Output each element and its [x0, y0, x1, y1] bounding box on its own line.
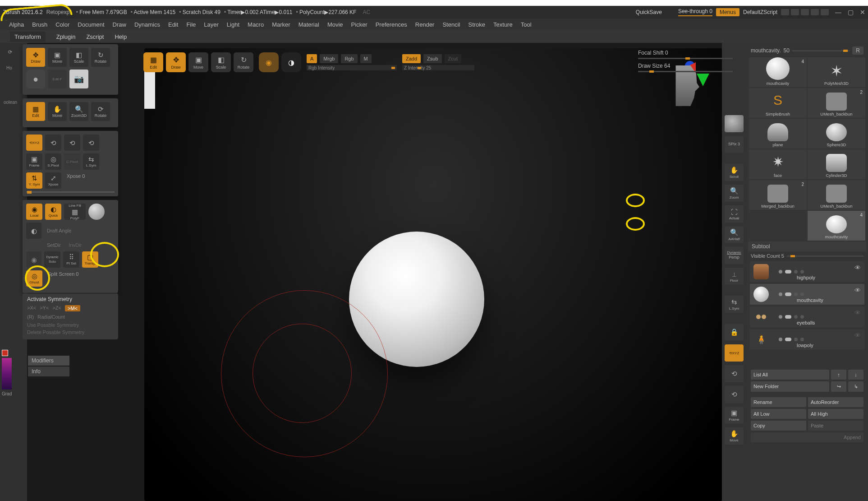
menu-edit[interactable]: Edit — [168, 21, 178, 28]
menu-tool[interactable]: Tool — [521, 21, 532, 28]
menus-button[interactable]: Menus — [716, 8, 739, 16]
scale-button[interactable]: ◧Scale — [69, 48, 88, 67]
solo-button[interactable]: DynamicSolo — [44, 251, 60, 268]
sym-m[interactable]: >M< — [65, 305, 80, 311]
draw-size-slider[interactable]: Draw Size 64 — [638, 63, 670, 69]
r-button[interactable]: R — [852, 46, 863, 55]
contrast-icon[interactable]: ◐ — [26, 223, 41, 239]
menu-zscript[interactable]: Zscript — [86, 33, 104, 40]
rot-z-button[interactable]: ⟲ — [83, 135, 99, 151]
menu-help[interactable]: Help — [115, 33, 127, 40]
snapshot-button[interactable]: 📷 — [69, 70, 88, 88]
tool-item-11[interactable]: 4mouthcavity — [808, 211, 865, 241]
persp-button[interactable]: DynamicPersp — [725, 247, 744, 264]
floor-button[interactable]: ⟂Floor — [725, 268, 744, 285]
menu-stencil[interactable]: Stencil — [442, 21, 460, 28]
ysym-button[interactable]: ⇅Y. Sym — [26, 172, 42, 189]
window-layout-icons[interactable] — [781, 9, 829, 15]
zcut-toggle[interactable]: Zcut — [445, 54, 461, 63]
menu-transform[interactable]: Transform — [10, 32, 46, 42]
m-toggle[interactable]: M — [360, 54, 372, 63]
spix-slider[interactable]: SPix 3 — [725, 136, 744, 153]
xpose-button[interactable]: ⤢Xpose — [45, 172, 61, 189]
menu-document[interactable]: Document — [78, 21, 104, 28]
scroll-button[interactable]: ✋Scroll — [725, 164, 744, 181]
bpr-button[interactable]: BPR — [725, 115, 744, 132]
tool-item-4[interactable]: plane — [749, 119, 807, 148]
zoom3d-button[interactable]: 🔍Zoom3D — [69, 102, 88, 121]
activate-symmetry-label[interactable]: Activate Symmetry — [27, 296, 114, 302]
menu-texture[interactable]: Texture — [493, 21, 513, 28]
focal-shift-slider[interactable]: Focal Shift 0 — [638, 50, 668, 56]
ghost-button[interactable]: ◎Ghost — [26, 270, 42, 287]
transp-button[interactable]: ▢Transp — [82, 251, 98, 268]
split-screen-slider[interactable]: Split Screen 0 — [45, 270, 81, 287]
visible-count[interactable]: Visible Count 5 — [751, 253, 784, 259]
menu-draw[interactable]: Draw — [113, 21, 126, 28]
aahalf-button[interactable]: 🔍AAHalf — [725, 226, 744, 243]
arrow-down-button[interactable]: ↳ — [848, 381, 863, 392]
sym-z[interactable]: >Z< — [52, 305, 61, 311]
xyz2-button[interactable]: ⟲XYZ — [725, 344, 744, 362]
top-draw-button[interactable]: ✥Draw — [166, 52, 186, 72]
all-high-button[interactable]: All High — [808, 409, 863, 419]
delete-posable-sym[interactable]: Delete Posable Symmetry — [27, 329, 114, 335]
use-posable-sym[interactable]: Use Posable Symmetry — [27, 322, 114, 328]
rename-button[interactable]: Rename — [751, 397, 806, 407]
nav-move-button[interactable]: ✋Move — [48, 102, 67, 121]
menu-alpha[interactable]: Alpha — [9, 21, 24, 28]
default-zscript[interactable]: DefaultZScript — [743, 9, 777, 15]
rotate-button[interactable]: ↻Rotate — [91, 48, 110, 67]
menu-macro[interactable]: Macro — [248, 21, 264, 28]
frame-button[interactable]: ▣Frame — [26, 153, 42, 170]
quick-button[interactable]: ◐Quick — [45, 204, 61, 220]
sculptris-icon[interactable]: ◉ — [259, 52, 279, 72]
editf-button[interactable]: Edit F — [48, 70, 67, 88]
color-swatch[interactable] — [2, 350, 8, 356]
rot-x-button[interactable]: ⟲ — [45, 135, 61, 151]
append-button[interactable]: Append — [751, 432, 863, 442]
invdir-button[interactable]: InvDir — [66, 241, 85, 249]
local-button[interactable]: ◉Local — [26, 204, 42, 220]
rgb-toggle[interactable]: Rgb — [341, 54, 357, 63]
tool-item-9[interactable]: UMesh_backbun — [808, 180, 865, 210]
edit-button[interactable]: ▦Edit — [26, 102, 45, 121]
subtool-eyeballs[interactable]: 👁 eyeballs — [750, 306, 864, 327]
subtool-header[interactable]: Subtool — [748, 241, 866, 251]
subtool-mouthcavity[interactable]: 👁 mouthcavity — [750, 284, 864, 305]
menu-material[interactable]: Material — [299, 21, 319, 28]
menu-file[interactable]: File — [186, 21, 196, 28]
a-toggle[interactable]: A — [307, 54, 317, 63]
actual-button[interactable]: ⛶Actual — [725, 205, 744, 223]
maximize-icon[interactable]: ▢ — [848, 9, 854, 16]
setdir-button[interactable]: SetDir — [44, 241, 64, 249]
top-scale-button[interactable]: ◧Scale — [211, 52, 231, 72]
menu-stroke[interactable]: Stroke — [468, 21, 485, 28]
top-edit-button[interactable]: ▦Edit — [143, 52, 163, 72]
zadd-toggle[interactable]: Zadd — [402, 54, 421, 63]
refresh-icon[interactable]: ⟳ — [8, 49, 12, 55]
sphere-icon[interactable]: ● — [26, 70, 45, 88]
menu-marker[interactable]: Marker — [272, 21, 290, 28]
rot-y-button[interactable]: ⟲ — [64, 135, 80, 151]
menu-brush[interactable]: Brush — [32, 21, 47, 28]
tool-item-1[interactable]: ✶PolyMesh3D — [808, 57, 865, 87]
sym-r[interactable]: (R) — [27, 314, 34, 320]
viewport[interactable] — [144, 48, 722, 501]
info-section[interactable]: Info — [28, 366, 69, 376]
rot2-button[interactable]: ⟲ — [725, 386, 744, 403]
tool-item-0[interactable]: 4mouthcavity — [749, 57, 807, 87]
tool-item-6[interactable]: ✷face — [749, 149, 807, 179]
modifiers-section[interactable]: Modifiers — [28, 356, 69, 366]
nav-rotate-button[interactable]: ⟳Rotate — [91, 102, 110, 121]
radial-count[interactable]: RadialCount — [37, 314, 65, 320]
new-folder-button[interactable]: New Folder — [751, 381, 829, 392]
menu-layer[interactable]: Layer — [204, 21, 219, 28]
menu-color[interactable]: Color — [55, 21, 69, 28]
spivot-button[interactable]: ◎S.Pivot — [45, 153, 61, 170]
tool-item-7[interactable]: Cylinder3D — [808, 149, 865, 179]
tool-item-8[interactable]: 2Merged_backbun — [749, 180, 807, 210]
seethrough-slider[interactable]: See-through 0 — [678, 8, 712, 16]
top-rotate-button[interactable]: ↻Rotate — [234, 52, 253, 72]
lsym-button[interactable]: ⇆L.Sym — [83, 153, 99, 170]
